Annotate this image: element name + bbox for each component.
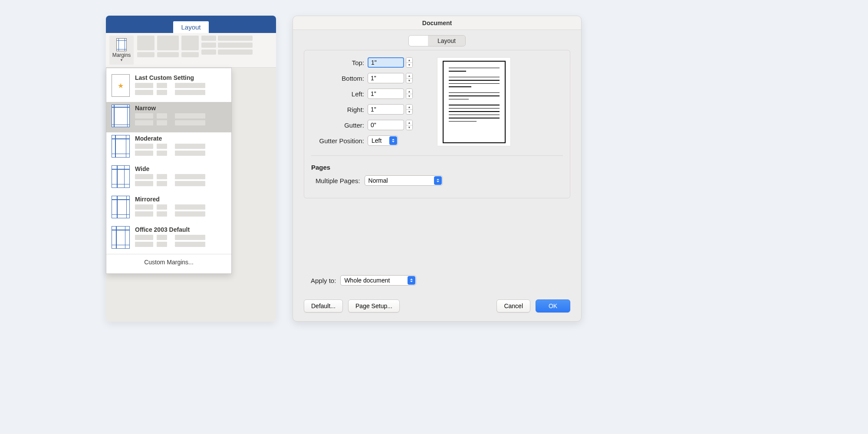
segment-margins[interactable] [409, 36, 428, 46]
ribbon-tabs: Layout [106, 16, 276, 33]
menu-item-moderate[interactable]: Moderate [106, 132, 231, 163]
page-preview [437, 57, 511, 146]
margin-preset-icon [112, 74, 130, 97]
dialog-title: Document [293, 16, 581, 30]
margins-label: Margins [112, 52, 131, 58]
top-input[interactable] [368, 57, 404, 68]
cancel-button[interactable]: Cancel [496, 299, 530, 312]
apply-to-select[interactable]: Whole document [340, 275, 416, 286]
stepper-up-icon: ▲ [406, 58, 412, 63]
dialog-segmented-control: Layout [293, 35, 581, 46]
menu-item-label: Office 2003 Default [135, 226, 226, 233]
gutter-label: Gutter: [311, 122, 364, 129]
stepper-down-icon: ▼ [406, 79, 412, 83]
document-dialog: Document Layout Top: ▲▼ Bottom: ▲▼ Le [293, 16, 582, 322]
multiple-pages-label: Multiple Pages: [316, 177, 360, 184]
left-label: Left: [311, 90, 364, 98]
top-stepper[interactable]: ▲▼ [406, 57, 413, 68]
margins-icon [116, 38, 127, 51]
margin-preset-icon [112, 135, 130, 158]
segment-layout[interactable]: Layout [428, 36, 465, 46]
right-input[interactable] [368, 104, 404, 115]
apply-to-label: Apply to: [311, 277, 336, 284]
bottom-stepper[interactable]: ▲▼ [406, 73, 413, 83]
menu-item-office-2003[interactable]: Office 2003 Default [106, 224, 231, 254]
margins-dropdown-button[interactable]: Margins ▼ [109, 36, 134, 65]
stepper-up-icon: ▲ [406, 120, 412, 125]
menu-item-label: Wide [135, 165, 226, 172]
stepper-up-icon: ▲ [406, 105, 412, 110]
margin-preset-icon [112, 165, 130, 188]
right-stepper[interactable]: ▲▼ [406, 104, 413, 115]
stepper-down-icon: ▼ [406, 94, 412, 99]
left-input[interactable] [368, 89, 404, 99]
stepper-down-icon: ▼ [406, 125, 412, 130]
document-area: Last Custom Setting Narrow [106, 68, 276, 322]
page-setup-button[interactable]: Page Setup... [348, 299, 400, 312]
stepper-down-icon: ▼ [406, 110, 412, 115]
menu-item-mirrored[interactable]: Mirrored [106, 193, 231, 224]
menu-item-label: Last Custom Setting [135, 74, 226, 81]
stepper-up-icon: ▲ [406, 89, 412, 94]
menu-item-label: Mirrored [135, 196, 226, 203]
select-arrows-icon [408, 276, 415, 285]
gutter-position-label: Gutter Position: [311, 137, 364, 145]
right-label: Right: [311, 106, 364, 113]
ribbon: Margins ▼ [106, 33, 276, 68]
default-button[interactable]: Default... [304, 299, 343, 312]
tab-layout[interactable]: Layout [173, 21, 208, 33]
ribbon-placeholder-group [137, 36, 273, 65]
margin-preset-icon [112, 105, 130, 127]
multiple-pages-select[interactable]: Normal [365, 175, 443, 186]
menu-item-last-custom[interactable]: Last Custom Setting [106, 72, 231, 102]
select-arrows-icon [389, 136, 397, 145]
stepper-down-icon: ▼ [406, 63, 412, 68]
gutter-stepper[interactable]: ▲▼ [406, 120, 413, 130]
ok-button[interactable]: OK [536, 299, 570, 312]
menu-item-label: Moderate [135, 135, 226, 142]
select-arrows-icon [434, 176, 442, 185]
bottom-label: Bottom: [311, 75, 364, 82]
margins-panel: Top: ▲▼ Bottom: ▲▼ Left: ▲▼ Right: [304, 50, 570, 198]
margins-menu: Last Custom Setting Narrow [106, 68, 232, 274]
margin-preset-icon [112, 196, 130, 218]
left-stepper[interactable]: ▲▼ [406, 89, 413, 99]
bottom-input[interactable] [368, 73, 404, 83]
stepper-up-icon: ▲ [406, 73, 412, 79]
chevron-down-icon: ▼ [120, 58, 123, 62]
gutter-position-select[interactable]: Left [368, 135, 398, 146]
pages-section-header: Pages [311, 164, 563, 171]
menu-item-label: Narrow [135, 105, 226, 112]
gutter-input[interactable] [368, 120, 404, 130]
word-window: Layout Margins ▼ [106, 16, 276, 322]
top-label: Top: [311, 59, 364, 66]
menu-item-wide[interactable]: Wide [106, 163, 231, 193]
menu-item-narrow[interactable]: Narrow [106, 102, 231, 132]
page-preview-page [443, 61, 506, 143]
custom-margins-button[interactable]: Custom Margins... [106, 254, 231, 270]
margin-preset-icon [112, 226, 130, 249]
